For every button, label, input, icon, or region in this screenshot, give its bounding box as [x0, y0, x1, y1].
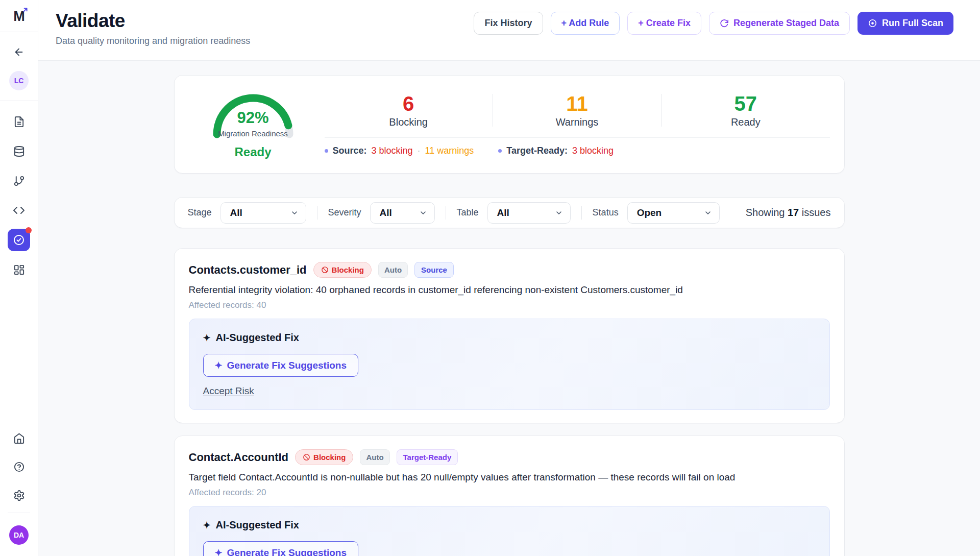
table-select[interactable]: All [487, 202, 571, 224]
sparkle-icon: ✦ [203, 521, 211, 530]
stage-label: Stage [188, 207, 212, 218]
create-fix-button[interactable]: + Create Fix [627, 12, 701, 35]
affected-records: Affected records: 20 [189, 488, 830, 498]
database-icon [13, 146, 25, 157]
filter-divider [317, 206, 317, 220]
stat-blocking-label: Blocking [325, 116, 493, 128]
sidebar-item-help[interactable] [8, 455, 30, 478]
main-content: 92% Migration Readiness Ready 6 Blocking… [38, 61, 980, 556]
regenerate-staged-data-button[interactable]: Regenerate Staged Data [709, 12, 850, 35]
affected-records: Affected records: 40 [189, 300, 830, 310]
stat-ready-value: 57 [662, 93, 829, 114]
fix-history-button[interactable]: Fix History [474, 12, 543, 35]
ban-icon [303, 453, 310, 461]
sidebar-item-pipeline[interactable] [8, 170, 30, 192]
issue-description: Referential integrity violation: 40 orph… [189, 284, 830, 296]
app-logo[interactable]: M [13, 0, 24, 32]
sidebar: M LC [0, 0, 38, 556]
stage-badge: Target-Ready [397, 449, 458, 465]
run-full-scan-button[interactable]: Run Full Scan [857, 12, 953, 35]
target-icon [868, 18, 877, 28]
target-blocking-count: 3 blocking [572, 146, 614, 156]
logo-arrow-icon [21, 6, 29, 14]
collapse-sidebar-button[interactable] [10, 43, 28, 61]
issue-description: Target field Contact.AccountId is non-nu… [189, 472, 830, 483]
showing-issues-count: Showing 17 issues [746, 207, 831, 219]
sidebar-divider [0, 32, 38, 32]
blocking-badge: Blocking [313, 262, 372, 278]
sparkle-icon: ✦ [215, 361, 223, 370]
chevron-down-icon [419, 209, 427, 217]
notification-dot [26, 227, 32, 233]
stat-warnings: 11 Warnings [493, 93, 661, 128]
chevron-down-icon [290, 209, 299, 217]
blocking-badge: Blocking [295, 449, 353, 465]
readiness-summary-card: 92% Migration Readiness Ready 6 Blocking… [174, 75, 845, 174]
code-icon [13, 204, 25, 216]
accept-risk-link[interactable]: Accept Risk [203, 385, 254, 397]
source-warnings-count: 11 warnings [425, 146, 474, 156]
source-blocking-count: 3 blocking [372, 146, 413, 156]
ban-icon [321, 266, 329, 274]
stat-blocking: 6 Blocking [325, 93, 493, 128]
stat-ready-label: Ready [662, 116, 829, 128]
check-circle-icon [13, 234, 25, 246]
auto-badge: Auto [360, 449, 389, 465]
user-avatar[interactable]: DA [9, 525, 29, 545]
home-icon [13, 432, 25, 444]
stat-warnings-label: Warnings [493, 116, 661, 128]
workspace-avatar[interactable]: LC [9, 71, 29, 90]
issue-title: Contacts.customer_id [189, 263, 307, 277]
severity-label: Severity [328, 207, 361, 218]
auto-badge: Auto [378, 262, 408, 278]
ai-fix-title: ✦ AI-Suggested Fix [203, 332, 816, 344]
gauge-percent: 92% [210, 109, 297, 127]
sidebar-item-validate[interactable] [8, 229, 30, 251]
gear-icon [13, 490, 25, 501]
status-select[interactable]: Open [627, 202, 720, 224]
severity-select[interactable]: All [370, 202, 435, 224]
source-breakdown: Source: 3 blocking · 11 warnings [325, 146, 474, 156]
git-branch-icon [13, 175, 25, 187]
generate-fix-button[interactable]: ✦ Generate Fix Suggestions [203, 541, 359, 556]
generate-fix-button[interactable]: ✦ Generate Fix Suggestions [203, 354, 359, 377]
issue-card: Contacts.customer_id Blocking Auto Sourc… [174, 248, 845, 423]
issue-card: Contact.AccountId Blocking Auto Target-R… [174, 436, 845, 556]
page-title: Validate [56, 11, 250, 32]
sidebar-divider [8, 513, 30, 513]
filter-divider [446, 206, 446, 220]
stat-blocking-value: 6 [325, 93, 493, 114]
grid-icon [13, 264, 25, 276]
refresh-icon [720, 19, 729, 28]
sparkle-icon: ✦ [203, 333, 211, 343]
gauge-status: Ready [234, 145, 271, 159]
issue-title: Contact.AccountId [189, 451, 289, 464]
add-rule-button[interactable]: + Add Rule [551, 12, 620, 35]
ai-fix-panel: ✦ AI-Suggested Fix ✦ Generate Fix Sugges… [189, 506, 830, 556]
chevron-down-icon [704, 209, 712, 217]
target-breakdown: Target-Ready: 3 blocking [498, 146, 614, 156]
sidebar-item-database[interactable] [8, 140, 30, 162]
stage-badge: Source [414, 262, 454, 278]
sidebar-item-home[interactable] [8, 427, 30, 449]
stat-ready: 57 Ready [662, 93, 829, 128]
filter-bar: Stage All Severity All Table All [174, 197, 845, 228]
sparkle-icon: ✦ [215, 548, 223, 556]
stat-warnings-value: 11 [493, 93, 661, 114]
bullet-icon [325, 149, 328, 153]
ai-fix-title: ✦ AI-Suggested Fix [203, 519, 816, 531]
bullet-icon [498, 149, 502, 153]
file-text-icon [13, 116, 25, 128]
sidebar-item-settings[interactable] [8, 484, 30, 506]
filter-divider [581, 206, 582, 220]
sidebar-item-dashboard[interactable] [8, 258, 30, 281]
sidebar-divider [0, 101, 38, 101]
sidebar-item-documents[interactable] [8, 110, 30, 133]
readiness-gauge: 92% Migration Readiness Ready [189, 89, 317, 159]
stage-select[interactable]: All [220, 202, 306, 224]
page-header: Validate Data quality monitoring and mig… [38, 0, 980, 61]
chevron-down-icon [555, 209, 563, 217]
help-circle-icon [13, 461, 25, 473]
sidebar-item-code[interactable] [8, 199, 30, 222]
table-label: Table [457, 207, 479, 218]
